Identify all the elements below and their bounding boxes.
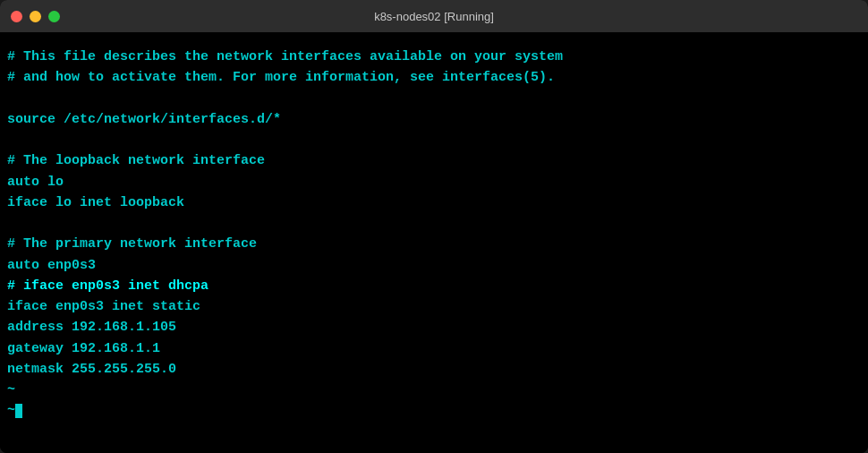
terminal-line-9: [7, 213, 861, 234]
terminal-line-8: iface lo inet loopback: [7, 192, 861, 213]
terminal-line-12: # iface enp0s3 inet dhcpa: [7, 276, 861, 296]
terminal-line-4: source /etc/network/interfaces.d/*: [7, 109, 861, 130]
terminal-line-3: [7, 89, 861, 109]
terminal-window: k8s-nodes02 [Running] # This file descri…: [0, 0, 868, 453]
terminal-line-11: auto enp0s3: [7, 255, 861, 276]
window-title: k8s-nodes02 [Running]: [374, 10, 494, 23]
terminal-line-5: [7, 130, 861, 150]
terminal-content[interactable]: # This file describes the network interf…: [0, 32, 868, 453]
terminal-line-7: auto lo: [7, 172, 861, 192]
maximize-button[interactable]: [48, 11, 60, 22]
terminal-line-14: address 192.168.1.105: [7, 317, 861, 338]
terminal-line-18: ~: [7, 400, 861, 421]
terminal-line-15: gateway 192.168.1.1: [7, 338, 861, 359]
titlebar: k8s-nodes02 [Running]: [0, 0, 868, 32]
minimize-button[interactable]: [30, 11, 41, 22]
terminal-line-10: # The primary network interface: [7, 234, 861, 254]
terminal-line-1: # This file describes the network interf…: [7, 47, 861, 67]
terminal-line-13: iface enp0s3 inet static: [7, 296, 861, 317]
terminal-line-6: # The loopback network interface: [7, 150, 861, 171]
window-controls: [11, 11, 60, 22]
terminal-line-2: # and how to activate them. For more inf…: [7, 67, 861, 88]
terminal-cursor: [15, 404, 22, 418]
terminal-line-17: ~: [7, 380, 861, 400]
terminal-line-16: netmask 255.255.255.0: [7, 359, 861, 380]
close-button[interactable]: [11, 11, 22, 22]
